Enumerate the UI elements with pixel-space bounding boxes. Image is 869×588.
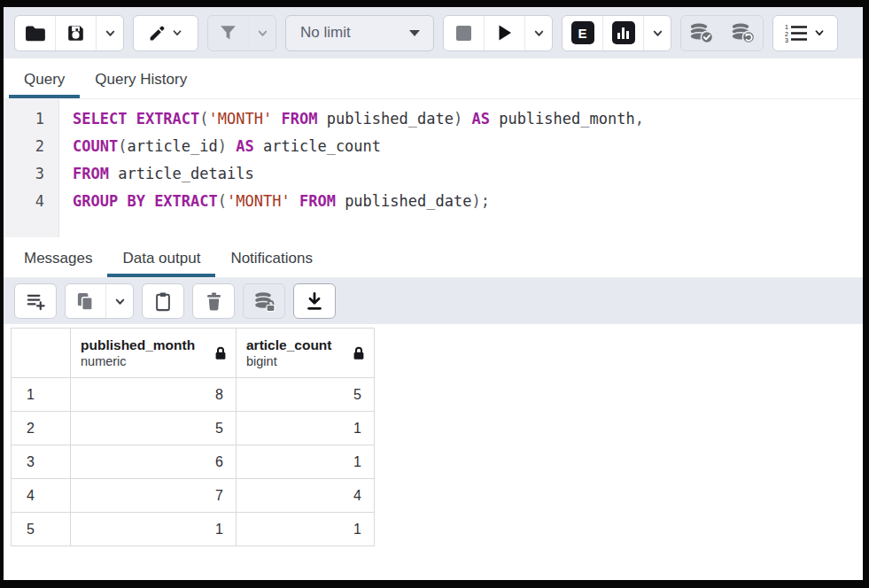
data-cell[interactable]: 1 (237, 445, 375, 479)
play-icon (497, 24, 513, 42)
save-data-group (243, 283, 285, 319)
tab-query-history[interactable]: Query History (80, 58, 202, 98)
code-line[interactable]: 4GROUP BY EXTRACT('MONTH' FROM published… (4, 188, 863, 215)
filter-options-button[interactable] (249, 16, 275, 50)
svg-text:2: 2 (785, 31, 788, 37)
download-csv-button[interactable] (294, 284, 335, 318)
data-output-panel: published_month numeric (4, 324, 863, 580)
column-name: article_count (246, 337, 331, 353)
tab-notifications[interactable]: Notifications (215, 237, 328, 277)
row-number-cell[interactable]: 5 (12, 513, 71, 546)
row-number-cell[interactable]: 2 (12, 412, 71, 445)
lock-icon (214, 346, 227, 360)
data-cell[interactable]: 1 (71, 513, 237, 546)
table-row: 185 (12, 378, 375, 412)
row-number-cell[interactable]: 3 (12, 445, 71, 479)
copy-options-button[interactable] (106, 284, 133, 318)
copy-group (65, 283, 134, 319)
result-tabbar: Messages Data output Notifications (4, 237, 863, 278)
explain-analyze-icon (612, 21, 635, 44)
code-text: COUNT(article_id) AS article_count (58, 133, 381, 160)
download-group (293, 283, 336, 319)
commit-icon (688, 21, 714, 44)
transaction-button-group (680, 15, 764, 51)
rollback-icon (730, 21, 756, 44)
explain-options-button[interactable] (644, 16, 671, 50)
explain-analyze-button[interactable] (603, 16, 644, 50)
copy-icon (75, 291, 96, 312)
save-icon (66, 24, 85, 43)
execute-button[interactable] (485, 16, 525, 50)
download-icon (305, 291, 324, 312)
chevron-down-icon (104, 27, 117, 40)
add-row-icon (26, 291, 46, 312)
row-number-cell[interactable]: 1 (12, 378, 71, 412)
stop-button[interactable] (444, 16, 485, 50)
chevron-down-icon (651, 27, 664, 40)
code-text: GROUP BY EXTRACT('MONTH' FROM published_… (58, 188, 490, 215)
data-cell[interactable]: 8 (71, 378, 237, 412)
tab-data-output[interactable]: Data output (107, 237, 215, 277)
table-row: 361 (12, 445, 375, 479)
copy-button[interactable] (66, 284, 106, 318)
delete-group (192, 283, 235, 319)
svg-text:3: 3 (785, 37, 788, 43)
chevron-down-icon (113, 295, 127, 308)
query-tabbar: Query Query History (4, 58, 863, 99)
add-row-button[interactable] (15, 284, 56, 318)
dropdown-caret-icon (409, 30, 420, 36)
code-line[interactable]: 3FROM article_details (4, 160, 863, 188)
edit-button[interactable] (134, 16, 198, 50)
data-cell[interactable]: 4 (237, 479, 375, 513)
macros-button[interactable]: 1 2 3 (773, 16, 837, 50)
data-cell[interactable]: 1 (237, 412, 375, 445)
save-options-button[interactable] (97, 16, 123, 50)
commit-button[interactable] (681, 16, 722, 50)
data-cell[interactable]: 5 (237, 378, 375, 412)
sql-editor[interactable]: 1SELECT EXTRACT('MONTH' FROM published_d… (4, 99, 863, 237)
paste-group (142, 283, 184, 319)
folder-icon (25, 25, 45, 42)
chevron-down-icon (813, 27, 826, 39)
lock-icon (353, 346, 365, 360)
column-name: published_month (81, 337, 195, 353)
query-toolbar: No limit E (4, 7, 863, 58)
data-cell[interactable]: 5 (71, 412, 237, 445)
tab-query[interactable]: Query (9, 58, 80, 98)
clipboard-icon (153, 291, 173, 312)
row-number-cell[interactable]: 4 (12, 479, 71, 513)
explain-button[interactable]: E (563, 16, 603, 50)
data-cell[interactable]: 7 (71, 479, 237, 513)
column-header-published-month[interactable]: published_month numeric (71, 329, 237, 378)
save-button[interactable] (56, 16, 97, 50)
column-type: bigint (246, 353, 331, 369)
open-file-button[interactable] (15, 16, 56, 50)
line-number: 4 (4, 188, 58, 215)
rollback-button[interactable] (722, 16, 763, 50)
numbered-list-icon: 1 2 3 (785, 23, 809, 43)
code-text: FROM article_details (58, 160, 254, 188)
data-cell[interactable]: 1 (237, 513, 375, 546)
delete-button[interactable] (193, 284, 234, 318)
file-button-group (14, 15, 124, 51)
tab-messages[interactable]: Messages (9, 237, 107, 277)
code-line[interactable]: 1SELECT EXTRACT('MONTH' FROM published_d… (4, 105, 863, 133)
pen-icon (148, 24, 167, 43)
code-line[interactable]: 2COUNT(article_id) AS article_count (4, 133, 863, 160)
paste-button[interactable] (143, 284, 183, 318)
save-data-changes-button[interactable] (244, 284, 284, 318)
code-area[interactable]: 1SELECT EXTRACT('MONTH' FROM published_d… (4, 99, 863, 215)
database-lock-icon (252, 290, 276, 313)
filter-icon (219, 24, 237, 42)
filter-button[interactable] (208, 16, 249, 50)
svg-text:1: 1 (785, 24, 788, 30)
grid-body: 185251361474511 (12, 378, 375, 546)
execute-options-button[interactable] (525, 16, 552, 50)
table-row: 251 (12, 412, 375, 445)
row-limit-dropdown[interactable]: No limit (285, 15, 434, 51)
data-cell[interactable]: 6 (71, 445, 237, 479)
filter-button-group (207, 15, 276, 51)
row-number-header (12, 329, 71, 378)
column-header-article-count[interactable]: article_count bigint (237, 329, 375, 378)
column-type: numeric (81, 353, 195, 369)
